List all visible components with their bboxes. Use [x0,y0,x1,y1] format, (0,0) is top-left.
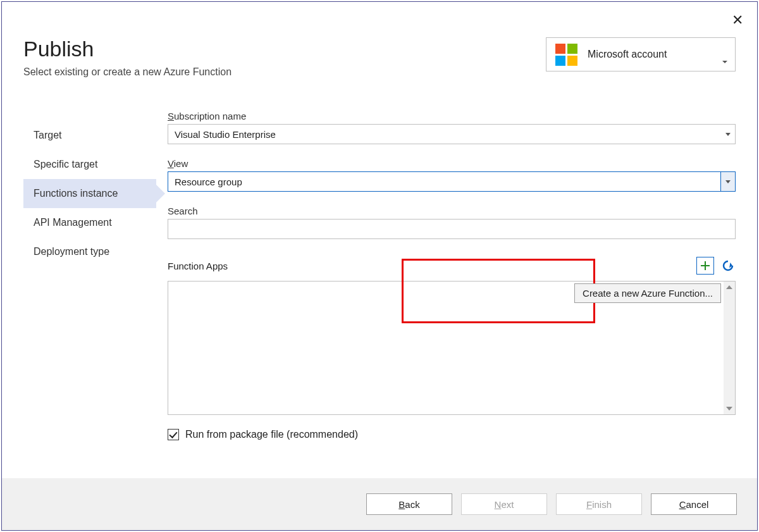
finish-button: Finish [556,493,642,515]
view-value: Resource group [175,176,242,187]
plus-icon [700,260,711,271]
sidebar-item-label: Functions instance [34,188,118,199]
wizard-steps-sidebar: Target Specific target Functions instanc… [23,111,156,472]
sidebar-item-specific-target[interactable]: Specific target [23,150,156,179]
sidebar-item-label: API Management [34,217,112,228]
run-from-package-label: Run from package file (recommended) [185,429,358,440]
sidebar-item-label: Target [34,130,61,140]
sidebar-item-api-management[interactable]: API Management [23,208,156,237]
refresh-icon [722,259,734,272]
scroll-down-icon[interactable] [724,403,735,414]
back-button[interactable]: Back [366,493,452,515]
function-apps-list[interactable]: Create a new Azure Function... [168,281,736,415]
function-apps-header: Function Apps [168,257,736,275]
account-selector[interactable]: Microsoft account [546,37,736,71]
view-label: View [168,158,736,169]
chevron-down-icon [721,125,735,144]
run-from-package-checkbox[interactable]: Run from package file (recommended) [168,429,736,440]
subscription-label: Subscription name [168,111,736,121]
microsoft-logo-icon [555,44,577,66]
refresh-button[interactable] [720,258,736,273]
cancel-button[interactable]: Cancel [651,493,737,515]
scroll-up-icon[interactable] [724,281,735,293]
publish-dialog: ✕ Publish Select existing or create a ne… [1,1,758,531]
search-label: Search [168,206,736,216]
create-function-tooltip: Create a new Azure Function... [574,283,721,303]
subscription-value: Visual Studio Enterprise [175,129,276,140]
account-label: Microsoft account [588,49,719,60]
sidebar-item-target[interactable]: Target [23,121,156,150]
subscription-select[interactable]: Visual Studio Enterprise [168,124,736,144]
close-button[interactable]: ✕ [732,13,743,27]
sidebar-item-deployment-type[interactable]: Deployment type [23,237,156,266]
function-apps-label: Function Apps [168,261,696,271]
checkbox-icon [168,429,179,440]
sidebar-item-label: Specific target [34,159,97,170]
next-button: Next [461,493,547,515]
sidebar-item-label: Deployment type [34,246,109,257]
svg-rect-1 [701,265,710,266]
create-new-function-button[interactable] [696,257,714,275]
sidebar-item-functions-instance[interactable]: Functions instance [23,179,156,208]
chevron-down-icon [722,61,727,63]
dialog-footer: Back Next Finish Cancel [2,478,757,530]
chevron-down-icon [720,172,735,191]
form-panel: Subscription name Visual Studio Enterpri… [156,111,736,472]
view-select[interactable]: Resource group [168,171,736,192]
search-input[interactable] [168,219,736,239]
scrollbar[interactable] [724,281,735,414]
